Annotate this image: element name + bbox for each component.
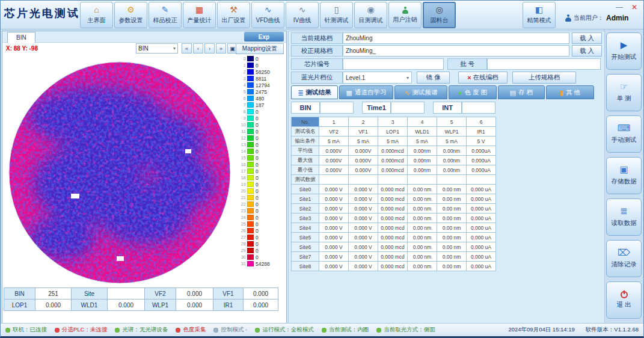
legend-row: 240 bbox=[237, 214, 285, 221]
table-cell: 0.00 nm bbox=[437, 223, 467, 233]
table-column-header: 3 bbox=[378, 117, 408, 127]
toolbar-button-probe-debug[interactable]: ▯针测调试 bbox=[320, 2, 353, 28]
wafer-nav-button-1[interactable]: ‹ bbox=[193, 43, 203, 54]
toolbar-button-calibration[interactable]: ✎样品校正 bbox=[149, 2, 182, 28]
tab-bin[interactable]: BIN bbox=[7, 32, 35, 43]
action-button-read-data[interactable]: ≣读取数据 bbox=[606, 198, 642, 236]
legend-row: 230 bbox=[237, 207, 285, 214]
legend-bin-count: 0 bbox=[256, 129, 259, 135]
table-cell: 0.000V bbox=[319, 146, 349, 156]
table-row-label: Site8 bbox=[292, 262, 319, 271]
tab-archive[interactable]: ▤存 档 bbox=[498, 85, 545, 99]
bin-combo[interactable]: BIN ▾ bbox=[136, 43, 178, 54]
action-button-start-test[interactable]: ▶开始测试 bbox=[606, 32, 642, 70]
summary-table: BIN251SiteVF20.000VF10.000LOP10.000WLD10… bbox=[4, 287, 278, 311]
field-input-bin[interactable] bbox=[320, 102, 354, 114]
table-cell: 0.000 V bbox=[349, 242, 378, 252]
close-icon[interactable]: ✕ bbox=[631, 3, 637, 11]
action-button-exit[interactable]: 退 出 bbox=[606, 281, 642, 319]
action-button-label: 读取数据 bbox=[612, 219, 637, 227]
table-cell: 0.000 V bbox=[319, 242, 349, 252]
calib-spec-input[interactable] bbox=[343, 45, 569, 57]
tab-test-spectrum[interactable]: ∿测试频谱 bbox=[394, 85, 447, 99]
table-cell: 5 mA bbox=[349, 137, 378, 146]
summary-row: BIN251SiteVF20.000VF10.000 bbox=[4, 288, 278, 300]
field-input-time1[interactable] bbox=[391, 102, 425, 114]
table-cell: 0.000 V bbox=[319, 214, 349, 223]
minimize-icon[interactable]: — bbox=[616, 3, 623, 11]
upload-spec-button[interactable]: 上传规格档 bbox=[512, 72, 576, 84]
toolbar-button-iv-curve[interactable]: ∿IV曲线 bbox=[286, 2, 319, 28]
toolbar-button-visual-debug[interactable]: ◉目测调试 bbox=[354, 2, 387, 28]
toolbar-button-factory[interactable]: ⚒出厂设置 bbox=[217, 2, 250, 28]
legend-row: 120 bbox=[237, 135, 285, 141]
table-cell: 0.000 mcd bbox=[378, 262, 408, 271]
iv-curve-icon: ∿ bbox=[299, 5, 306, 15]
legend-row: 190 bbox=[237, 181, 285, 188]
exp-button[interactable]: Exp bbox=[244, 32, 284, 41]
table-cell: 0.00 nm bbox=[408, 204, 437, 214]
action-button-save-data[interactable]: ▣存储数据 bbox=[606, 157, 642, 194]
tab-label: 通道自学习 bbox=[355, 88, 387, 97]
legend-bin-count: 58250 bbox=[256, 69, 270, 75]
wafer-nav-button-3[interactable]: » bbox=[216, 43, 226, 54]
toolbar-button-params[interactable]: ⚙参数设置 bbox=[114, 2, 147, 28]
red-x-icon: × bbox=[467, 74, 471, 81]
blue-level-label: 蓝光片档位 bbox=[291, 72, 343, 84]
table-row: Site40.000 V0.000 V0.000 mcd0.00 nm0.00 … bbox=[292, 223, 496, 233]
legend-row: 6480 bbox=[237, 95, 285, 102]
tab-test-result[interactable]: ≣测试结果 bbox=[291, 85, 338, 99]
table-cell: 0.000 uA bbox=[467, 233, 496, 242]
table-column-header: 1 bbox=[319, 117, 349, 127]
legend-bin-count: 0 bbox=[256, 162, 259, 168]
toolbar-button-label: 产量统计 bbox=[188, 16, 212, 25]
wafer-map[interactable] bbox=[7, 60, 232, 287]
legend-bin-id: 25 bbox=[237, 221, 246, 227]
field-label-bin: BIN bbox=[291, 102, 320, 114]
table-corner-cell: No. bbox=[292, 117, 319, 127]
status-dot-icon bbox=[255, 328, 260, 333]
toolbar-button-main[interactable]: ⌂主界面 bbox=[80, 2, 113, 28]
legend-bin-count: 0 bbox=[256, 109, 259, 115]
toolbar-button-logout[interactable]: 用户注销 bbox=[388, 2, 422, 28]
batch-number-input[interactable] bbox=[487, 58, 601, 70]
blue-level-select[interactable]: Level.1 ▾ bbox=[343, 72, 412, 84]
mapping-settings-button[interactable]: Mapping设置 bbox=[236, 43, 284, 54]
result-tabstrip: ≣测试结果▦通道自学习∿测试频谱●色 度 图▤存 档▮其 他 bbox=[291, 85, 594, 99]
load-calib-spec-button[interactable]: 载 入 bbox=[572, 45, 602, 57]
action-button-manual-test[interactable]: ⌨手动测试 bbox=[606, 115, 642, 153]
field-input-int[interactable] bbox=[462, 102, 495, 114]
action-button-clear-records[interactable]: ⌦清除记录 bbox=[606, 240, 642, 277]
legend-bin-id: 29 bbox=[237, 248, 246, 253]
tab-other[interactable]: ▮其 他 bbox=[546, 85, 594, 99]
legend-color-swatch bbox=[247, 235, 254, 240]
load-current-spec-button[interactable]: 载 入 bbox=[572, 32, 602, 44]
chip-number-input[interactable] bbox=[343, 58, 444, 70]
toolbar-button-vfd-curve[interactable]: ∿VFD曲线 bbox=[251, 2, 284, 28]
simplified-mode-button[interactable]: ◧ 精简模式 bbox=[523, 2, 556, 28]
wafer-nav-button-0[interactable]: « bbox=[182, 43, 192, 54]
table-cell: 0.00nm bbox=[408, 156, 437, 165]
legend-color-swatch bbox=[247, 162, 254, 167]
action-button-single-test[interactable]: ☞单 测 bbox=[606, 74, 642, 111]
tab-channel-learn[interactable]: ▦通道自学习 bbox=[339, 85, 393, 99]
table-cell: WLD1 bbox=[408, 127, 437, 137]
mirror-button[interactable]: 镜 像 bbox=[417, 72, 450, 84]
tab-chroma-chart[interactable]: ●色 度 图 bbox=[449, 85, 497, 99]
table-row-label: Site7 bbox=[292, 252, 319, 262]
table-row-label: Site1 bbox=[292, 194, 319, 204]
current-spec-input[interactable] bbox=[343, 32, 569, 44]
legend-bin-id: 2 bbox=[237, 69, 246, 75]
toolbar-button-stage[interactable]: ◎固料台 bbox=[423, 2, 456, 28]
table-cell: 0.000V bbox=[349, 165, 378, 175]
vfd-curve-icon: ∿ bbox=[265, 5, 272, 15]
toolbar-button-label: 主界面 bbox=[88, 16, 106, 25]
toolbar-button-yield[interactable]: ▦产量统计 bbox=[183, 2, 216, 28]
chroma-chart-icon: ● bbox=[458, 89, 462, 96]
online-edit-button[interactable]: × 在线编档 bbox=[458, 72, 508, 84]
current-spec-label: 当前规格档 bbox=[291, 32, 343, 44]
wafer-nav-button-2[interactable]: › bbox=[204, 43, 215, 54]
table-row: 输出条件5 mA5 mA5 mA5 mA5 mA5 V bbox=[292, 137, 496, 146]
table-row: Site10.000 V0.000 V0.000 mcd0.00 nm0.00 … bbox=[292, 194, 496, 204]
legend-row: 220 bbox=[237, 201, 285, 207]
